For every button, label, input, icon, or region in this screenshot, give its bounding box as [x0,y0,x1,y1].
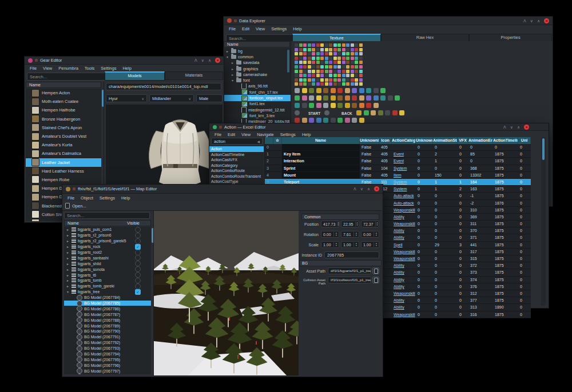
visible-checkbox[interactable]: ✓ [135,261,141,266]
maximize-icon[interactable]: ∧ [367,186,370,191]
object-tree-item[interactable]: ▸ bgparts_shild ✓ [64,261,151,266]
sheet-list-item[interactable]: ActionCastVFX [209,157,264,163]
sheet-list-item[interactable]: ActionCategory [209,163,264,169]
map-editor-titlebar[interactable]: ffxiv/fst_f1/fld/f1f1/level/f1f1 — Map E… [62,185,383,194]
search-input[interactable]: Search... [27,73,106,81]
category-link[interactable]: Auto-attack [394,194,414,198]
menu-item[interactable]: Edit [242,26,249,31]
object-tree-item[interactable]: BG Model (2067794) [64,351,151,357]
table-row[interactable]: 3 Sprint False 104 System 0 0 0 368 1875… [265,165,531,172]
tree-scrollbar[interactable] [287,50,289,73]
minimize-icon[interactable]: ∨ [530,18,533,23]
table-row[interactable]: 0 False 405 0 0 0 0 0 0 [265,144,531,151]
category-link[interactable]: Ability [394,215,404,219]
visible-checkbox[interactable]: ✓ [135,283,141,289]
menu-item[interactable]: Edit [228,132,235,137]
category-link[interactable]: Item [394,173,402,177]
expander-icon[interactable]: ▾ [225,55,229,59]
object-tree-item[interactable]: BG Model (2067792) [64,340,151,346]
minimize-icon[interactable]: ∨ [201,58,204,63]
gear-list-item[interactable]: Moth-eaten Coatee [26,97,101,106]
visible-checkbox[interactable]: ✓ [135,250,141,255]
sheet-list-item[interactable]: ActionCastTimeline [209,152,264,158]
data-explorer-titlebar[interactable]: Data Explorer Λ ∨ ∧ × [224,17,553,25]
object-tree-item[interactable]: ▸ bgparts_r2_prison6_gareki5 ✓ [64,238,151,244]
rotation-x-spinbox[interactable]: 0.00▴▾ [321,231,339,238]
category-link[interactable]: System [394,187,407,191]
visible-checkbox[interactable]: ✓ [135,278,141,283]
visible-checkbox[interactable]: ✓ [135,227,141,233]
object-tree-item[interactable]: BG Model (2067795) [64,357,151,362]
expander-icon[interactable]: ▸ [66,256,70,260]
close-icon[interactable]: × [374,186,379,191]
menu-item[interactable]: Settings [101,66,116,71]
category-link[interactable]: System [394,166,407,170]
keep-above-icon[interactable]: Λ [503,125,506,130]
file-tree-item[interactable]: axis_96.fdt [224,83,291,89]
object-tree-item[interactable]: BG Model (2067788) [64,317,151,323]
instance-id-field[interactable]: 2067785 [324,251,379,258]
menu-item[interactable]: Penumbra [58,66,78,71]
menu-item[interactable]: Help [302,132,311,137]
expander-icon[interactable]: ▸ [66,250,70,254]
expander-icon[interactable]: ▸ [66,267,70,271]
object-tree-item[interactable]: BG Model (2067797) [64,368,151,374]
file-tree-item[interactable]: ▸ savedata [224,60,291,66]
scale-x-spinbox[interactable]: 1.00▴▾ [321,241,339,248]
object-tree-item[interactable]: BG Model (2067789) [64,323,151,329]
category-link[interactable]: Ability [394,229,404,233]
object-tree-item[interactable]: BG Model (2067798) [64,374,151,374]
menu-item[interactable]: Help [121,195,130,201]
table-row[interactable]: 4 Mount False 405 Item 0 150 0 13302 187… [265,172,531,179]
category-link[interactable]: Weaponskill [394,291,415,295]
gear-list-item[interactable]: Hard Leather Harness [26,167,101,175]
object-tree-item[interactable]: BG Model (2067796) [64,362,151,368]
clear-search-icon[interactable]: ◀ [257,139,260,143]
object-tree-item[interactable]: BG Model (2067787) [64,311,151,317]
sheet-list-item[interactable]: Action [209,146,264,152]
position-x-spinbox[interactable]: 417.73▴▾ [321,221,339,227]
object-tree-item[interactable]: ▸ bgparts_tomb ✓ [64,278,151,283]
menu-item[interactable]: File [67,195,74,201]
expander-icon[interactable]: ▸ [225,49,229,53]
menu-item[interactable]: Object [81,195,93,201]
scale-y-spinbox[interactable]: 1.00▴▾ [341,241,359,248]
gear-list-item[interactable]: Stained Chef's Apron [26,123,101,132]
model-path-field[interactable]: chara/equipment/e0014/model/c0101e0014_t… [106,83,221,90]
expander-icon[interactable]: ▸ [66,239,70,243]
sheet-list-item[interactable]: ActionComboRouteTransient [209,174,264,179]
file-tree-item[interactable]: miedingermid_12.fdt [224,107,291,113]
expander-icon[interactable]: ▸ [66,233,70,237]
category-link[interactable]: Weaponskill [394,250,415,254]
maximize-icon[interactable]: ∧ [517,125,520,130]
category-link[interactable]: Weaponskill [394,313,415,317]
category-link[interactable]: Weaponskill [394,208,415,212]
object-tree-item[interactable]: ▾ bgparts_tree ✓ [64,289,151,295]
menu-item[interactable]: Settings [100,195,115,201]
expander-icon[interactable]: ▸ [66,273,70,277]
browse-collision-button[interactable] [372,277,379,283]
object-tree-item[interactable]: ▸ bgparts_tomb_gareki ✓ [64,283,151,289]
expander-icon[interactable]: ▾ [66,290,70,294]
menu-item[interactable]: View [43,66,52,71]
gear-list-item[interactable]: Hempen Acton [26,89,101,97]
object-tree-item[interactable]: ▸ bgparts_t6 ✓ [64,272,151,278]
category-link[interactable]: Weaponskill [394,222,415,226]
maximize-icon[interactable]: ∧ [537,18,540,23]
sheet-list-item[interactable]: ActionComboRoute [209,168,264,174]
category-link[interactable]: Ability [394,270,404,274]
expander-icon[interactable]: ▸ [66,278,70,282]
menu-item[interactable]: File [214,132,221,137]
menu-item[interactable]: Settings [271,26,287,31]
object-tree-item[interactable]: BG Model (2067786) [64,306,151,311]
gear-list-item[interactable]: Bronze Haubergeon [26,115,101,123]
menu-item[interactable]: Settings [280,132,296,137]
gear-list-item[interactable]: Amateur's Kurta [26,141,101,149]
category-link[interactable]: Auto-attack [394,201,414,205]
gear-editor-titlebar[interactable]: Gear Editor Λ ∨ ∧ × [25,57,224,65]
menu-item[interactable]: File [229,26,236,31]
object-tree-item[interactable]: BG Model (2067790) [64,329,151,334]
file-tree-item[interactable]: font1.tex [224,101,291,107]
menu-item[interactable]: View [256,26,265,31]
category-link[interactable]: Weaponskill [394,257,415,261]
